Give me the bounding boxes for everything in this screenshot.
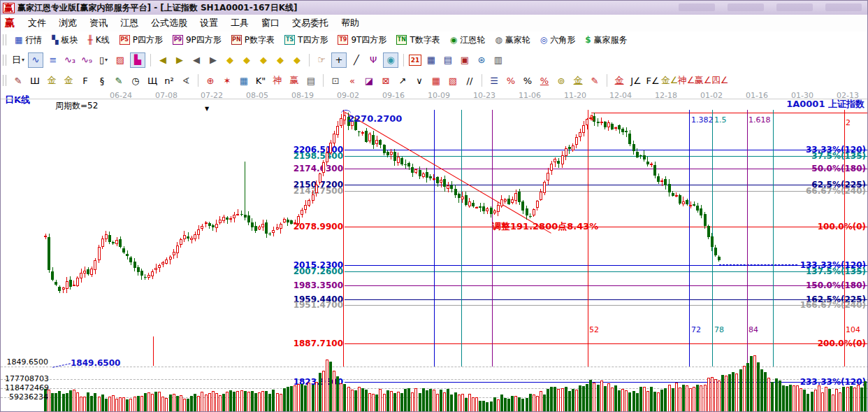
red-fan-tool[interactable]: « — [345, 73, 359, 87]
calendar-icon[interactable]: 21 — [409, 55, 421, 66]
winner-wheel-button[interactable]: ◍赢家轮 — [490, 34, 535, 47]
menu-item-窗口[interactable]: 窗口 — [255, 15, 286, 31]
menu-item-帮助[interactable]: 帮助 — [335, 15, 366, 31]
gold-split-tool[interactable]: 金 — [45, 73, 59, 87]
document-icon[interactable]: ≡ — [46, 53, 60, 67]
comb-lines-tool[interactable]: Ш — [28, 73, 42, 87]
brush-tool[interactable]: ✎ — [588, 73, 602, 87]
menu-item-浏览[interactable]: 浏览 — [52, 15, 83, 31]
flying-knife-tool[interactable]: ✎ — [11, 73, 25, 87]
candle-style-selector[interactable]: ▯▾ — [96, 53, 110, 67]
percent-line-tool[interactable]: % — [537, 73, 551, 87]
menu-item-资讯[interactable]: 资讯 — [83, 15, 114, 31]
gold-split2-tool[interactable]: 金 — [62, 73, 75, 87]
k-quote-tool[interactable]: K" — [254, 73, 268, 87]
print-icon[interactable]: ▥ — [491, 53, 505, 67]
sectors-button[interactable]: ▚板块 — [47, 34, 82, 47]
shen-grid-tool[interactable]: 神 — [270, 73, 284, 87]
j-angle-tool[interactable]: J∠ — [629, 73, 643, 87]
percent-slash-tool[interactable]: % — [504, 73, 518, 87]
menu-item-交易委托[interactable]: 交易委托 — [286, 15, 335, 31]
menu-item-设置[interactable]: 设置 — [194, 15, 224, 31]
hexagon-button[interactable]: ◎六角形 — [535, 34, 580, 47]
gann-wheel-button[interactable]: ◉江恩轮 — [445, 34, 490, 47]
arrow-fan-tool[interactable]: ↗ — [396, 73, 410, 87]
menu-item-公式选股[interactable]: 公式选股 — [145, 15, 194, 31]
hand-tool-icon[interactable]: ☞ — [314, 53, 328, 67]
wave9-icon[interactable]: ∿₉ — [80, 53, 94, 67]
quotes-button[interactable]: ▦行情 — [10, 34, 47, 47]
gold-angle-tool[interactable]: 金∠ — [663, 73, 677, 87]
f-lines-tool[interactable]: F — [78, 73, 92, 87]
nine-p-square-button[interactable]: P99P四方形 — [168, 34, 226, 47]
nine-t-square-button[interactable]: T99T四方形 — [333, 34, 391, 47]
pattern-icon[interactable]: ▨ — [113, 53, 127, 67]
first-bar-button[interactable]: ◀ — [156, 53, 170, 67]
win-angle-tool[interactable]: 赢∠ — [696, 73, 710, 87]
diamond-fit-button[interactable]: ◆ — [290, 53, 304, 67]
kline-button[interactable]: ╫K线 — [83, 34, 115, 47]
circle-cross-tool[interactable]: ⊕ — [203, 73, 217, 87]
n-square-tool[interactable]: n² — [162, 73, 176, 87]
t-square-button[interactable]: TST四方形 — [280, 34, 333, 47]
wave-tool-icon[interactable]: ∿ — [28, 52, 43, 68]
grid-arrow-tool[interactable]: ▧ — [446, 73, 460, 87]
wave3-icon[interactable]: ∿₃ — [63, 53, 77, 67]
red-grid-tool[interactable]: ▦ — [429, 73, 443, 87]
volume-bar — [226, 392, 229, 412]
crosshair-tool-icon[interactable]: + — [331, 52, 347, 68]
ruler-123-tool[interactable]: ▤ — [304, 73, 318, 87]
last-bar-button[interactable]: ▶ — [173, 53, 187, 67]
prev-bar-button[interactable]: ◀ — [189, 53, 203, 67]
levels-tool[interactable]: ☰ — [487, 73, 501, 87]
gold-circle-tool[interactable]: ⊚ — [554, 73, 568, 87]
angle-a-tool[interactable]: ∢ — [179, 73, 193, 87]
box-diagonal-tool[interactable]: ⊠ — [379, 73, 393, 87]
spiral-tool[interactable]: § — [95, 73, 109, 87]
next-bar-button[interactable]: ▶ — [206, 53, 220, 67]
box-tool[interactable]: ⊡ — [328, 73, 342, 87]
t-number-table-button[interactable]: TNT数字表 — [391, 34, 444, 47]
p-number-table-button[interactable]: PNP数字表 — [226, 34, 280, 47]
network-icon[interactable]: ⊛ — [475, 53, 489, 67]
win-grid-tool[interactable]: 赢 — [287, 73, 301, 87]
candle — [400, 158, 403, 164]
shen-angle-tool[interactable]: 神∠ — [679, 73, 693, 87]
volume-bar — [140, 396, 143, 412]
notes-icon[interactable]: ▤ — [441, 53, 455, 67]
brain-tool-icon[interactable]: ◉ — [383, 52, 398, 68]
fan-box-tool[interactable]: ◪ — [362, 73, 376, 87]
multi-slash-tool[interactable]: // — [463, 73, 477, 87]
menu-item-江恩[interactable]: 江恩 — [114, 15, 145, 31]
starburst-tool[interactable]: ✶ — [220, 73, 234, 87]
p-square-button[interactable]: PSP四方形 — [115, 34, 168, 47]
v-wave-tool[interactable]: ∨ — [412, 73, 426, 87]
histogram-icon[interactable]: ▙ — [130, 52, 145, 68]
grid-target-tool[interactable]: ▦ — [237, 73, 251, 87]
gold-line-tool[interactable]: 金 — [571, 73, 585, 87]
gold-underline-tool[interactable]: 金 — [612, 73, 626, 87]
toolbar-grip[interactable] — [3, 34, 6, 45]
cycle-circle-tool[interactable]: ◷ — [129, 73, 143, 87]
diamond-compress-button[interactable]: ◆ — [273, 53, 287, 67]
diamond-left-button[interactable]: ◆ — [223, 53, 237, 67]
f-angle-tool[interactable]: F∠ — [646, 73, 660, 87]
diamond-expand-button[interactable]: ◆ — [256, 53, 270, 67]
calculator-icon[interactable]: ▦ — [424, 53, 438, 67]
winner-service-button[interactable]: $赢家服务 — [580, 34, 632, 47]
nine-t-square-button-label: 9T四方形 — [351, 34, 386, 46]
chart-area[interactable]: 日K线周期数=521A0001 上证指数06-2407-0807-2208-05… — [1, 90, 868, 412]
menu-item-文件[interactable]: 文件 — [22, 15, 52, 31]
menu-item-工具[interactable]: 工具 — [224, 15, 255, 31]
toolbar-grip[interactable] — [3, 75, 6, 86]
save-icon[interactable]: ▣ — [458, 53, 472, 67]
period-selector[interactable]: 日▾ — [11, 53, 25, 67]
toolbar-grip[interactable] — [3, 55, 6, 66]
four-angle-tool[interactable]: 四∠ — [713, 73, 727, 87]
trendline-tool-icon[interactable]: ╱ — [349, 53, 363, 67]
comb2-tool[interactable]: Щ — [145, 73, 159, 87]
gann-tool-icon[interactable]: Ψ — [366, 53, 380, 67]
diamond-right-button[interactable]: ◆ — [240, 53, 254, 67]
pen-chart-tool[interactable]: ✎ — [112, 73, 126, 87]
percent-tool[interactable]: % — [521, 73, 535, 87]
